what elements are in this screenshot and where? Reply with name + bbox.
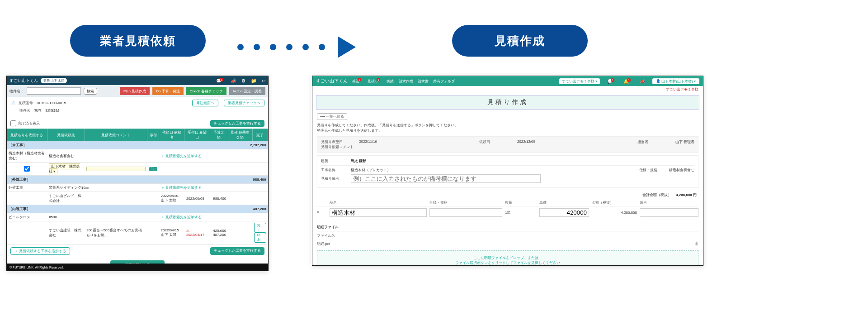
add-vendor-link[interactable]: ＋ 見積依頼先を追加する bbox=[161, 215, 202, 219]
nav-shared[interactable]: 共有フォルダ bbox=[433, 79, 455, 83]
nav-invoice-create[interactable]: 請求作成 bbox=[399, 79, 413, 83]
th-reqdt: 依頼日 依頼者 bbox=[159, 129, 184, 141]
due-date: ⚠ 2022/04/17 bbox=[184, 221, 210, 244]
spec-value: 構造材含有含む bbox=[669, 168, 694, 173]
nav-estimate[interactable]: 見積り1 bbox=[368, 79, 382, 83]
item-note-input[interactable] bbox=[640, 208, 698, 217]
copyright-footer: © FUTURE LINK. All Rights Reserved. bbox=[7, 264, 268, 271]
back-button[interactable]: ⟵ 一覧へ戻る bbox=[317, 113, 347, 120]
app-logo: すごい山下くん bbox=[316, 78, 348, 84]
add-work-button[interactable]: ＋ 見積依頼する工事を追加する bbox=[10, 247, 70, 255]
item-qty: 1式 bbox=[505, 210, 537, 215]
tab-plan[interactable]: Plan 見積作成 bbox=[120, 87, 150, 95]
to-check-button[interactable]: 業者見積チェックへ bbox=[224, 100, 264, 106]
comment-input[interactable] bbox=[86, 167, 145, 171]
group-amount: 487,200 bbox=[228, 205, 268, 213]
user-menu[interactable]: 👤 山下木材(山下木材) ▾ bbox=[652, 78, 699, 84]
tab-do[interactable]: Do 予算・発注 bbox=[152, 87, 183, 95]
include-done-checkbox[interactable]: 完了済も表示 bbox=[10, 120, 40, 126]
gear-icon[interactable]: ⚙ bbox=[241, 78, 245, 83]
request-info-box: 見積り希望日 2022/11/16 依頼日 2022/12/09 担当者 山下 … bbox=[317, 136, 698, 153]
file-dropzone[interactable]: ここに明細ファイルをドロップ、または、 ファイル選択ボタンをクリックしてファイル… bbox=[317, 250, 698, 266]
add-vendor-link[interactable]: ＋ 見積依頼先を追加する bbox=[161, 154, 202, 158]
item-name-input[interactable] bbox=[330, 208, 427, 217]
row-name: 外壁工事 bbox=[7, 184, 47, 192]
due-date: 2022/06/08 bbox=[184, 192, 210, 205]
vendor-select[interactable]: 山下木材 株式会社 ▾ bbox=[49, 163, 80, 174]
tab-check[interactable]: Check 各種チェック bbox=[186, 87, 226, 95]
print-button[interactable]: 印刷 bbox=[254, 233, 266, 243]
author-label: 担当者 bbox=[637, 139, 665, 144]
tab-action[interactable]: Action 設定・調整 bbox=[229, 87, 265, 95]
item-spec-input[interactable] bbox=[429, 208, 502, 217]
th-vendor: 見積依頼先 bbox=[47, 129, 85, 141]
search-input[interactable] bbox=[27, 87, 81, 95]
file-name[interactable]: 明細.pdf bbox=[317, 241, 330, 246]
comment: 200番台～500番台すべてのお見積もりをお願… bbox=[85, 221, 147, 244]
col-amount: 金額（税抜） bbox=[592, 200, 637, 205]
files-column-label: ファイル名 bbox=[317, 231, 698, 240]
line-item-row: ≡ 1式 4,200,000 bbox=[317, 206, 698, 219]
spec-label: 仕様・規格 bbox=[639, 168, 665, 173]
req-date-value: 2022/12/09 bbox=[517, 139, 535, 144]
item-unit-input[interactable] bbox=[539, 208, 589, 217]
row-checkbox[interactable] bbox=[24, 166, 30, 172]
exec-checked-button-top[interactable]: チェックした工事を実行する bbox=[210, 120, 264, 127]
attach-button[interactable]: 📎 bbox=[149, 167, 157, 171]
bell-icon[interactable]: 🔔1 bbox=[623, 79, 632, 84]
group-title: ［木工事］ bbox=[7, 141, 228, 149]
nav-invoice[interactable]: 請求書 bbox=[418, 79, 429, 83]
work-value: 構造木材（プレカット） bbox=[351, 168, 391, 173]
group-amount: 988,400 bbox=[228, 176, 268, 184]
row-name: 構造木材（構造材含有含む） bbox=[7, 149, 47, 163]
row-note: #500 bbox=[47, 213, 159, 221]
work-label: 工事名称 bbox=[321, 168, 346, 173]
estimate-no-label: 見積番号 bbox=[19, 101, 33, 105]
budget: 988,400 bbox=[210, 192, 228, 205]
req-date-label: 依頼日 bbox=[479, 139, 506, 144]
doc-icon: 📄 bbox=[10, 101, 15, 105]
chat-icon[interactable]: 💬1 bbox=[216, 78, 225, 83]
add-vendor-link[interactable]: ＋ 見積依頼先を追加する bbox=[161, 186, 202, 190]
memo-input[interactable] bbox=[351, 174, 541, 183]
drag-handle-icon[interactable]: ≡ bbox=[317, 211, 327, 215]
to-order-button[interactable]: 発注画面へ bbox=[192, 100, 218, 106]
logout-icon[interactable]: ↩ bbox=[262, 78, 265, 83]
flow-pill-create: 見積作成 bbox=[452, 25, 588, 57]
memo-label: 見積り備考 bbox=[321, 176, 346, 181]
nav-order[interactable]: 発注1 bbox=[352, 79, 363, 83]
req-comment-label: 見積り依頼コメント bbox=[321, 144, 354, 149]
tenant-select[interactable]: すごい山デモ１事様 ▾ bbox=[559, 78, 600, 84]
trash-icon[interactable]: 🗑 bbox=[695, 242, 698, 246]
done-button[interactable]: 完了 bbox=[254, 223, 266, 233]
total-label: 合計金額（税抜） bbox=[642, 192, 671, 197]
vendor-name: すごい山建装 株式会社 bbox=[47, 221, 85, 244]
flow-arrow bbox=[237, 36, 356, 58]
req-date: 2022/04/01 山下 太郎 bbox=[159, 192, 184, 205]
budget: 425,600487,200 bbox=[210, 221, 228, 244]
search-button[interactable]: 検索 bbox=[84, 88, 97, 95]
col-unit: 単価 bbox=[539, 200, 589, 205]
exec-checked-button-bottom[interactable]: チェックした工事を実行する bbox=[210, 247, 264, 255]
col-spec: 仕様・規格 bbox=[429, 200, 502, 205]
desired-date-value: 2022/11/16 bbox=[359, 139, 377, 144]
files-section-title: 明細ファイル bbox=[317, 223, 698, 231]
total-value: 4,200,000 円 bbox=[676, 192, 697, 197]
group-amount: 2,787,200 bbox=[228, 141, 268, 149]
group-title: ［外部工事］ bbox=[7, 176, 228, 184]
th-comment: 見積依頼コメント bbox=[85, 129, 147, 141]
chat-icon[interactable]: 💬1 bbox=[607, 79, 616, 84]
th-budget: 予算金額 bbox=[210, 129, 228, 141]
user-chip[interactable]: 事務 山下 太郎 bbox=[41, 78, 67, 83]
th-done: 完了 bbox=[252, 129, 268, 141]
nav-actual[interactable]: 実績 bbox=[387, 79, 394, 83]
th-attach: 添付 bbox=[147, 129, 159, 141]
row-note: 構造材含有含む bbox=[47, 149, 159, 163]
megaphone-icon[interactable]: 📣 bbox=[231, 78, 236, 83]
col-qty: 数量 bbox=[505, 200, 537, 205]
arrow-right-icon bbox=[338, 36, 356, 58]
folder-icon[interactable]: 📁 bbox=[251, 78, 256, 83]
property-value: 鳴門 太郎様邸 bbox=[34, 108, 59, 113]
megaphone-icon[interactable]: 📣 bbox=[640, 79, 645, 84]
request-table: 見積もりを依頼する 見積依頼先 見積依頼コメント 添付 依頼日 依頼者 受付日 … bbox=[7, 129, 268, 244]
